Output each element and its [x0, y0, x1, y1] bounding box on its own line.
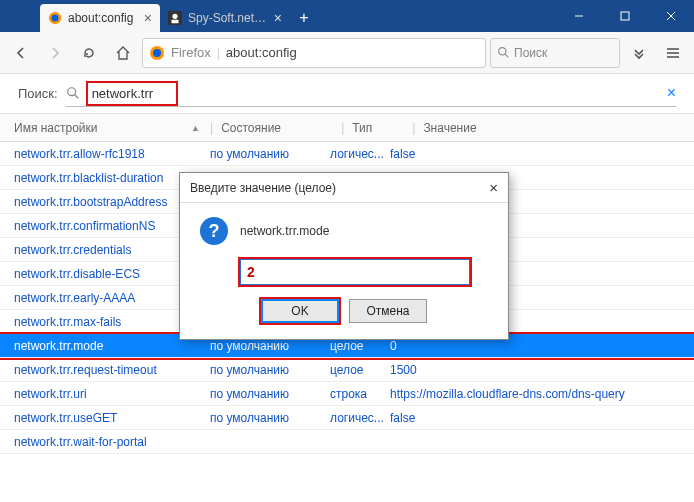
menu-button[interactable] [658, 38, 688, 68]
svg-point-1 [52, 15, 59, 22]
pref-type: логичес... [330, 147, 390, 161]
pref-value: 1500 [390, 363, 694, 377]
filter-highlight [86, 81, 178, 106]
filter-row: Поиск: × [0, 74, 694, 114]
col-name[interactable]: Имя настройки ▲ [14, 121, 210, 135]
pref-value: 0 [390, 339, 694, 353]
svg-point-10 [153, 49, 161, 57]
close-icon[interactable]: × [144, 10, 152, 26]
close-window-button[interactable] [648, 0, 694, 32]
pref-row[interactable]: network.trr.useGETпо умолчаниюлогичес...… [0, 406, 694, 430]
dialog-title: Введите значение (целое) [190, 181, 336, 195]
sort-icon: ▲ [191, 123, 200, 133]
address-text: about:config [226, 45, 297, 60]
pref-name: network.trr.allow-rfc1918 [14, 147, 210, 161]
pref-name: network.trr.uri [14, 387, 210, 401]
titlebar: about:config × Spy-Soft.net - Информацио… [0, 0, 694, 32]
pref-name: network.trr.request-timeout [14, 363, 210, 377]
tab-about-config[interactable]: about:config × [40, 4, 160, 32]
col-name-label: Имя настройки [14, 121, 98, 135]
forward-button[interactable] [40, 38, 70, 68]
column-header: Имя настройки ▲ | Состояние | Тип | Знач… [0, 114, 694, 142]
col-state[interactable]: Состояние [221, 121, 341, 135]
pref-name: network.trr.wait-for-portal [14, 435, 210, 449]
identity-label: Firefox [171, 45, 211, 60]
input-dialog: Введите значение (целое) × ? network.trr… [179, 172, 509, 340]
svg-line-17 [74, 95, 78, 99]
pref-type: целое [330, 363, 390, 377]
svg-rect-4 [172, 20, 179, 24]
tab-title: about:config [68, 11, 138, 25]
col-type[interactable]: Тип [352, 121, 412, 135]
svg-point-11 [499, 48, 506, 55]
url-bar[interactable]: Firefox | about:config [142, 38, 486, 68]
separator: | [217, 46, 220, 60]
svg-point-16 [67, 88, 75, 96]
filter-label: Поиск: [18, 86, 58, 101]
firefox-favicon [48, 11, 62, 25]
pref-state: по умолчанию [210, 147, 330, 161]
pref-value: https://mozilla.cloudflare-dns.com/dns-q… [390, 387, 694, 401]
back-button[interactable] [6, 38, 36, 68]
dialog-titlebar[interactable]: Введите значение (целое) × [180, 173, 508, 203]
clear-filter-icon[interactable]: × [667, 84, 676, 102]
dialog-close-icon[interactable]: × [489, 179, 498, 196]
pref-type: строка [330, 387, 390, 401]
pref-type: логичес... [330, 411, 390, 425]
nav-toolbar: Firefox | about:config Поиск [0, 32, 694, 74]
pref-name: network.trr.mode [14, 339, 210, 353]
col-value[interactable]: Значение [423, 121, 694, 135]
pref-row[interactable]: network.trr.allow-rfc1918по умолчаниюлог… [0, 142, 694, 166]
search-icon [66, 86, 80, 100]
pref-type: целое [330, 339, 390, 353]
maximize-button[interactable] [602, 0, 648, 32]
minimize-button[interactable] [556, 0, 602, 32]
pref-state: по умолчанию [210, 411, 330, 425]
pref-row[interactable]: network.trr.request-timeoutпо умолчаниюц… [0, 358, 694, 382]
tab-strip: about:config × Spy-Soft.net - Информацио… [0, 0, 318, 32]
filter-input[interactable] [92, 84, 172, 103]
pref-name: network.trr.useGET [14, 411, 210, 425]
tab-spy-soft[interactable]: Spy-Soft.net - Информацион × [160, 4, 290, 32]
filter-input-wrap: × [66, 81, 676, 107]
pref-state: по умолчанию [210, 387, 330, 401]
svg-rect-6 [621, 12, 629, 20]
pref-row[interactable]: network.trr.wait-for-portal [0, 430, 694, 454]
home-button[interactable] [108, 38, 138, 68]
spy-favicon [168, 11, 182, 25]
reload-button[interactable] [74, 38, 104, 68]
search-bar[interactable]: Поиск [490, 38, 620, 68]
dialog-pref-name: network.trr.mode [240, 224, 329, 238]
search-icon [497, 46, 510, 59]
pref-value: false [390, 411, 694, 425]
window-controls [556, 0, 694, 32]
pref-value: false [390, 147, 694, 161]
pref-state: по умолчанию [210, 363, 330, 377]
question-icon: ? [200, 217, 228, 245]
search-placeholder: Поиск [514, 46, 547, 60]
svg-line-12 [505, 54, 508, 57]
pref-state: по умолчанию [210, 339, 330, 353]
cancel-button[interactable]: Отмена [349, 299, 427, 323]
close-icon[interactable]: × [274, 10, 282, 26]
ok-button[interactable]: OK [261, 299, 339, 323]
new-tab-button[interactable]: + [290, 4, 318, 32]
firefox-icon [149, 45, 165, 61]
dialog-value-input[interactable] [240, 259, 470, 285]
tab-title: Spy-Soft.net - Информацион [188, 11, 268, 25]
overflow-button[interactable] [624, 38, 654, 68]
svg-point-3 [172, 14, 177, 19]
pref-row[interactable]: network.trr.uriпо умолчаниюстрокаhttps:/… [0, 382, 694, 406]
